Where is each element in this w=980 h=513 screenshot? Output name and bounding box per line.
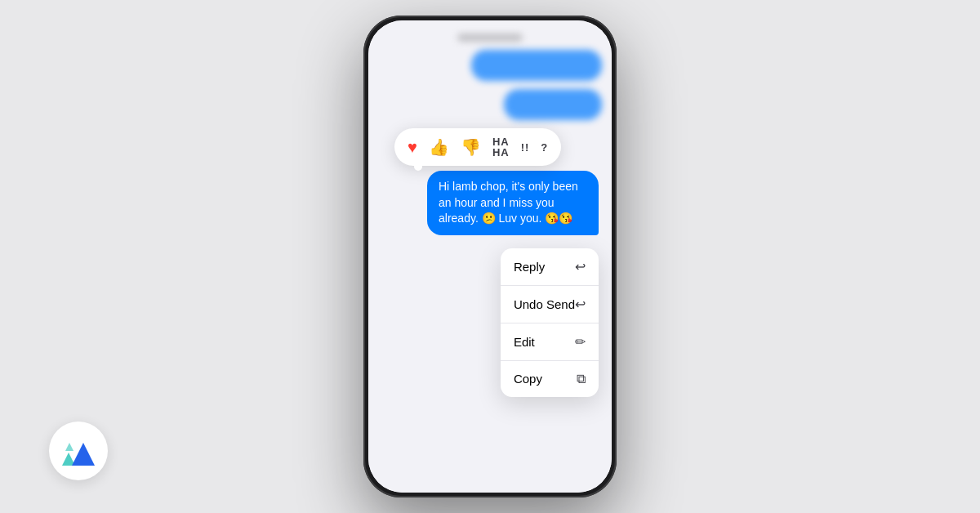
haha-reaction-icon[interactable]: HAHA [492, 136, 510, 158]
blurred-messages [378, 33, 602, 120]
undo-send-label: Undo Send [514, 297, 575, 311]
phone-mockup: ♥ 👍 👎 HAHA !! ? Hi lamb chop, it's only … [363, 16, 617, 497]
edit-menu-item[interactable]: Edit ✏ [501, 323, 599, 361]
bubble-placeholder-1 [471, 50, 602, 81]
undo-send-menu-item[interactable]: Undo Send ↩ [501, 286, 599, 323]
bubble-placeholder-2 [504, 89, 602, 120]
exclamation-reaction-icon[interactable]: !! [521, 142, 530, 153]
logo-container [49, 422, 108, 480]
thumbs-up-reaction-icon[interactable]: 👍 [429, 137, 449, 157]
thumbs-down-reaction-icon[interactable]: 👎 [461, 137, 481, 157]
svg-marker-2 [65, 443, 74, 451]
logo-icon [62, 436, 95, 466]
message-bubble-wrapper: Hi lamb chop, it's only been an hour and… [424, 171, 602, 235]
heart-reaction-icon[interactable]: ♥ [408, 138, 417, 157]
timestamp-placeholder [457, 33, 523, 42]
edit-label: Edit [514, 335, 535, 349]
svg-marker-1 [72, 443, 95, 466]
edit-icon: ✏ [575, 334, 586, 350]
message-text: Hi lamb chop, it's only been an hour and… [439, 180, 578, 225]
copy-label: Copy [514, 372, 542, 386]
reply-menu-item[interactable]: Reply ↩ [501, 248, 599, 286]
copy-icon: ⧉ [577, 372, 586, 386]
undo-send-icon: ↩ [575, 297, 586, 312]
question-reaction-icon[interactable]: ? [541, 142, 548, 153]
reply-label: Reply [514, 260, 545, 274]
reaction-bar: ♥ 👍 👎 HAHA !! ? [394, 128, 561, 166]
message-bubble: Hi lamb chop, it's only been an hour and… [427, 171, 599, 235]
reply-icon: ↩ [575, 259, 586, 274]
copy-menu-item[interactable]: Copy ⧉ [501, 361, 599, 397]
messages-area: ♥ 👍 👎 HAHA !! ? Hi lamb chop, it's only … [368, 20, 612, 493]
phone-screen: ♥ 👍 👎 HAHA !! ? Hi lamb chop, it's only … [368, 20, 612, 493]
context-menu: Reply ↩ Undo Send ↩ Edit ✏ Copy ⧉ [501, 248, 599, 397]
